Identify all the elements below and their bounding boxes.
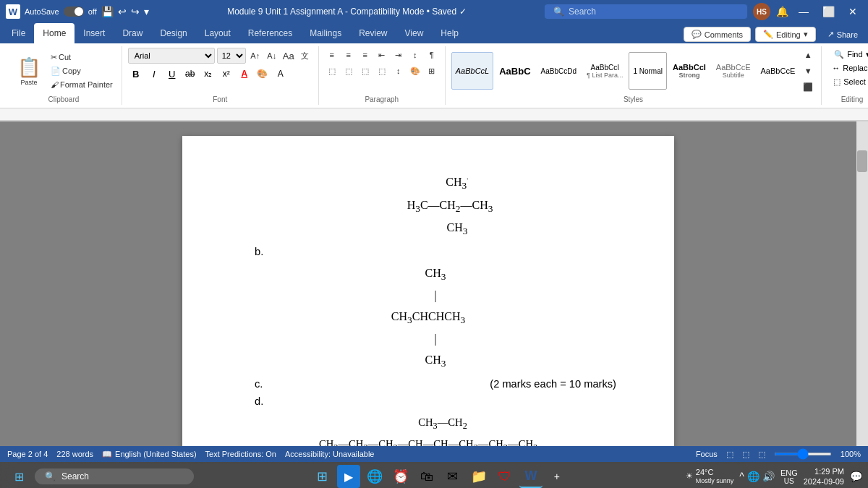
tab-mailings[interactable]: Mailings (301, 23, 350, 43)
styles-more[interactable]: ⬛ (801, 80, 815, 94)
paste-button[interactable]: 📋 Paste (12, 51, 46, 91)
style-normal[interactable]: 1 Normal (629, 52, 667, 90)
tab-design[interactable]: Design (151, 23, 195, 43)
tray-network[interactable]: 🌐 (747, 471, 760, 482)
title-search-bar[interactable]: 🔍 Search (545, 4, 747, 19)
save-icon[interactable]: 💾 (101, 6, 114, 17)
increase-font-button[interactable]: A↑ (248, 48, 263, 63)
tray-volume[interactable]: 🔊 (762, 471, 775, 482)
taskbar-search[interactable]: 🔍 Search (35, 468, 194, 484)
italic-button[interactable]: I (146, 66, 162, 82)
minimize-button[interactable]: — (794, 2, 813, 21)
line-spacing-button[interactable]: ↕ (391, 64, 406, 78)
text-color-button[interactable]: A (237, 66, 252, 82)
clock[interactable]: 1:29 PM 2024-09-09 (804, 466, 844, 487)
tray-caret[interactable]: ^ (739, 471, 744, 482)
format-painter-button[interactable]: 🖌 Format Painter (48, 78, 116, 91)
avatar[interactable]: HS (753, 3, 770, 20)
weather-widget[interactable]: ☀ 24°C Mostly sunny (686, 468, 734, 485)
customize-icon[interactable]: ▾ (144, 6, 149, 17)
zoom-slider[interactable] (774, 453, 832, 455)
styles-scroll-up[interactable]: ▲ (801, 48, 815, 62)
notification-taskbar-icon[interactable]: 💬 (850, 471, 862, 482)
style-strong[interactable]: AaBbCcIStrong (668, 52, 710, 90)
undo-icon[interactable]: ↩ (118, 6, 127, 17)
language-indicator-taskbar[interactable]: ENG US (780, 468, 798, 485)
shading-button[interactable]: 🎨 (408, 64, 422, 78)
share-button[interactable]: ↗Share (820, 27, 865, 41)
font-name-select[interactable]: Arial (128, 48, 215, 64)
justify-button[interactable]: ⬚ (375, 64, 389, 78)
style-subtitle[interactable]: AaBbCcESubtitle (712, 52, 755, 90)
align-right-button[interactable]: ⬚ (358, 64, 373, 78)
align-center-button[interactable]: ⬚ (341, 64, 356, 78)
taskbar-antivirus[interactable]: 🛡 (493, 465, 516, 488)
notification-icon[interactable]: 🔔 (776, 6, 788, 17)
show-marks-button[interactable]: ¶ (425, 48, 439, 62)
font-size-select[interactable]: 12 (217, 48, 246, 64)
bullets-button[interactable]: ≡ (325, 48, 339, 62)
align-left-button[interactable]: ⬚ (325, 64, 339, 78)
style-list-para[interactable]: AaBbCcI¶ List Para... (582, 52, 627, 90)
borders-button[interactable]: ⊞ (425, 64, 439, 78)
focus-button[interactable]: Focus (696, 450, 718, 458)
tab-file[interactable]: File (3, 23, 34, 43)
styles-scroll-down[interactable]: ▼ (801, 64, 815, 78)
subscript-button[interactable]: x₂ (200, 66, 216, 82)
font-color-button[interactable]: A (273, 66, 289, 82)
find-button[interactable]: 🔍 Find ▾ (830, 48, 868, 61)
style-normal-abc[interactable]: AaBbCcDd (537, 52, 581, 90)
taskbar-plus[interactable]: + (545, 465, 569, 488)
taskbar-clock-app[interactable]: ⏰ (389, 465, 412, 488)
superscript-button[interactable]: x² (218, 66, 234, 82)
windows-start-button[interactable]: ⊞ (6, 463, 32, 488)
redo-icon[interactable]: ↪ (131, 6, 140, 17)
comments-button[interactable]: 💬Comments (684, 27, 751, 42)
text-predictions[interactable]: Text Predictions: On (205, 450, 276, 458)
phonetic-button[interactable]: 文 (298, 48, 312, 63)
decrease-font-button[interactable]: A↓ (265, 48, 279, 63)
style-extra[interactable]: AaBbCcE (757, 52, 800, 90)
numbering-button[interactable]: ≡ (341, 48, 356, 62)
view-read-icon[interactable]: ⬚ (758, 450, 765, 459)
highlight-button[interactable]: 🎨 (255, 66, 271, 82)
select-button[interactable]: ⬚ Select ` (829, 75, 868, 88)
tab-review[interactable]: Review (350, 23, 396, 43)
taskbar-word[interactable]: W (519, 465, 542, 488)
copy-button[interactable]: 📄 Copy (48, 64, 116, 77)
language-indicator[interactable]: English (United States) (115, 450, 197, 458)
taskbar-edge[interactable]: 🌐 (363, 465, 386, 488)
scrollbar-thumb[interactable] (857, 150, 867, 172)
taskbar-multitask[interactable]: ⊞ (311, 465, 334, 488)
tab-draw[interactable]: Draw (114, 23, 151, 43)
editing-button[interactable]: ✏️Editing▾ (755, 27, 816, 42)
sort-button[interactable]: ↕ (408, 48, 422, 62)
taskbar-store[interactable]: 🛍 (415, 465, 438, 488)
taskbar-mail[interactable]: ✉ (441, 465, 464, 488)
accessibility-indicator[interactable]: Accessibility: Unavailable (285, 450, 375, 458)
increase-indent-button[interactable]: ⇥ (391, 48, 406, 62)
tab-view[interactable]: View (396, 23, 433, 43)
tab-layout[interactable]: Layout (196, 23, 239, 43)
clear-format-button[interactable]: Aa (281, 48, 296, 63)
style-emphasis[interactable]: AaBbCcL (451, 52, 493, 90)
taskbar-folder[interactable]: 📁 (467, 465, 490, 488)
decrease-indent-button[interactable]: ⇤ (375, 48, 389, 62)
tab-references[interactable]: References (239, 23, 301, 43)
style-bold[interactable]: AaBbC (495, 52, 535, 90)
document-scroll[interactable]: CH3· H3C—CH2—CH3 CH3 b. CH3 | CH3CHCHCH3 (0, 121, 856, 446)
maximize-button[interactable]: ⬜ (819, 2, 838, 21)
strikethrough-button[interactable]: ab (182, 66, 198, 82)
vertical-scrollbar[interactable] (856, 121, 868, 446)
view-web-icon[interactable]: ⬚ (742, 450, 749, 459)
tab-home[interactable]: Home (34, 23, 75, 43)
view-print-icon[interactable]: ⬚ (726, 450, 733, 459)
autosave-toggle[interactable] (64, 7, 84, 17)
close-button[interactable]: ✕ (843, 2, 862, 21)
replace-button[interactable]: ↔ Replace (827, 61, 868, 74)
taskbar-explorer[interactable]: ▶ (337, 465, 360, 488)
tab-help[interactable]: Help (432, 23, 467, 43)
tab-insert[interactable]: Insert (75, 23, 114, 43)
multilevel-button[interactable]: ≡ (358, 48, 373, 62)
bold-button[interactable]: B (128, 66, 144, 82)
